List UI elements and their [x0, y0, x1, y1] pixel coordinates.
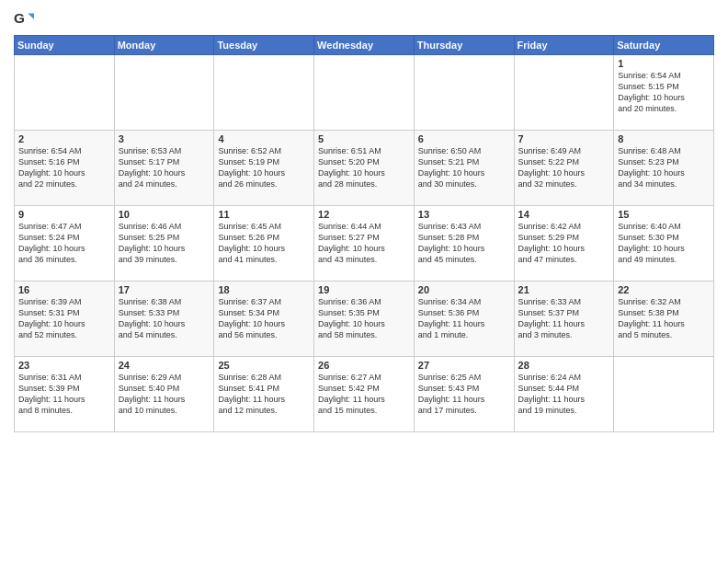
day-number: 22	[618, 284, 710, 295]
day-number: 5	[318, 133, 410, 144]
day-number: 1	[618, 58, 710, 69]
calendar-cell: 14Sunrise: 6:42 AM Sunset: 5:29 PM Dayli…	[514, 206, 614, 282]
day-number: 9	[18, 209, 110, 220]
weekday-header-tuesday: Tuesday	[214, 36, 314, 55]
calendar-cell: 24Sunrise: 6:29 AM Sunset: 5:40 PM Dayli…	[114, 357, 214, 432]
weekday-header-row: SundayMondayTuesdayWednesdayThursdayFrid…	[15, 36, 714, 55]
day-info: Sunrise: 6:53 AM Sunset: 5:17 PM Dayligh…	[119, 145, 210, 190]
main-container: G SundayMondayTuesdayWednesdayThursdayFr…	[0, 0, 728, 437]
day-info: Sunrise: 6:28 AM Sunset: 5:41 PM Dayligh…	[218, 372, 310, 417]
day-info: Sunrise: 6:34 AM Sunset: 5:36 PM Dayligh…	[418, 296, 510, 341]
calendar-cell: 6Sunrise: 6:50 AM Sunset: 5:21 PM Daylig…	[414, 131, 514, 206]
calendar-cell: 11Sunrise: 6:45 AM Sunset: 5:26 PM Dayli…	[214, 206, 314, 282]
day-number: 2	[18, 133, 110, 144]
day-number: 20	[418, 284, 510, 295]
day-info: Sunrise: 6:49 AM Sunset: 5:22 PM Dayligh…	[518, 145, 610, 190]
calendar-cell: 28Sunrise: 6:24 AM Sunset: 5:44 PM Dayli…	[514, 357, 614, 432]
day-number: 17	[119, 284, 210, 295]
logo-icon: G	[14, 9, 34, 29]
calendar-cell: 5Sunrise: 6:51 AM Sunset: 5:20 PM Daylig…	[314, 131, 415, 206]
day-info: Sunrise: 6:37 AM Sunset: 5:34 PM Dayligh…	[218, 296, 310, 341]
day-info: Sunrise: 6:54 AM Sunset: 5:15 PM Dayligh…	[618, 70, 710, 115]
calendar-cell: 19Sunrise: 6:36 AM Sunset: 5:35 PM Dayli…	[314, 282, 415, 357]
day-number: 21	[518, 284, 610, 295]
day-info: Sunrise: 6:33 AM Sunset: 5:37 PM Dayligh…	[518, 296, 610, 341]
day-number: 24	[119, 360, 210, 371]
day-info: Sunrise: 6:51 AM Sunset: 5:20 PM Dayligh…	[318, 145, 410, 190]
calendar-cell: 4Sunrise: 6:52 AM Sunset: 5:19 PM Daylig…	[214, 131, 314, 206]
day-number: 23	[18, 360, 110, 371]
day-info: Sunrise: 6:54 AM Sunset: 5:16 PM Dayligh…	[18, 145, 110, 190]
day-number: 11	[218, 209, 310, 220]
day-number: 27	[418, 360, 510, 371]
svg-marker-1	[28, 13, 34, 19]
day-number: 18	[218, 284, 310, 295]
day-info: Sunrise: 6:44 AM Sunset: 5:27 PM Dayligh…	[318, 221, 410, 266]
calendar-cell	[114, 55, 214, 131]
day-number: 4	[218, 133, 310, 144]
day-number: 19	[318, 284, 410, 295]
day-number: 10	[119, 209, 210, 220]
svg-text:G: G	[14, 10, 25, 26]
calendar-cell: 8Sunrise: 6:48 AM Sunset: 5:23 PM Daylig…	[614, 131, 714, 206]
calendar-cell	[414, 55, 514, 131]
calendar-cell	[614, 357, 714, 432]
calendar-cell: 13Sunrise: 6:43 AM Sunset: 5:28 PM Dayli…	[414, 206, 514, 282]
day-number: 6	[418, 133, 510, 144]
calendar-week-4: 16Sunrise: 6:39 AM Sunset: 5:31 PM Dayli…	[15, 282, 714, 357]
calendar-cell: 10Sunrise: 6:46 AM Sunset: 5:25 PM Dayli…	[114, 206, 214, 282]
weekday-header-thursday: Thursday	[414, 36, 514, 55]
calendar-week-1: 1Sunrise: 6:54 AM Sunset: 5:15 PM Daylig…	[15, 55, 714, 131]
weekday-header-monday: Monday	[114, 36, 214, 55]
calendar-cell: 18Sunrise: 6:37 AM Sunset: 5:34 PM Dayli…	[214, 282, 314, 357]
day-number: 8	[618, 133, 710, 144]
day-info: Sunrise: 6:46 AM Sunset: 5:25 PM Dayligh…	[119, 221, 210, 266]
calendar-cell: 27Sunrise: 6:25 AM Sunset: 5:43 PM Dayli…	[414, 357, 514, 432]
day-number: 12	[318, 209, 410, 220]
header: G	[14, 9, 714, 29]
day-info: Sunrise: 6:25 AM Sunset: 5:43 PM Dayligh…	[418, 372, 510, 417]
day-info: Sunrise: 6:24 AM Sunset: 5:44 PM Dayligh…	[518, 372, 610, 417]
calendar-week-2: 2Sunrise: 6:54 AM Sunset: 5:16 PM Daylig…	[15, 131, 714, 206]
day-info: Sunrise: 6:39 AM Sunset: 5:31 PM Dayligh…	[18, 296, 110, 341]
day-number: 15	[618, 209, 710, 220]
day-info: Sunrise: 6:40 AM Sunset: 5:30 PM Dayligh…	[618, 221, 710, 266]
day-info: Sunrise: 6:29 AM Sunset: 5:40 PM Dayligh…	[119, 372, 210, 417]
calendar-cell: 25Sunrise: 6:28 AM Sunset: 5:41 PM Dayli…	[214, 357, 314, 432]
day-info: Sunrise: 6:45 AM Sunset: 5:26 PM Dayligh…	[218, 221, 310, 266]
day-info: Sunrise: 6:36 AM Sunset: 5:35 PM Dayligh…	[318, 296, 410, 341]
calendar-cell: 21Sunrise: 6:33 AM Sunset: 5:37 PM Dayli…	[514, 282, 614, 357]
calendar-cell: 22Sunrise: 6:32 AM Sunset: 5:38 PM Dayli…	[614, 282, 714, 357]
calendar-week-3: 9Sunrise: 6:47 AM Sunset: 5:24 PM Daylig…	[15, 206, 714, 282]
calendar-cell: 1Sunrise: 6:54 AM Sunset: 5:15 PM Daylig…	[614, 55, 714, 131]
calendar-cell: 17Sunrise: 6:38 AM Sunset: 5:33 PM Dayli…	[114, 282, 214, 357]
logo: G	[14, 9, 36, 29]
day-info: Sunrise: 6:52 AM Sunset: 5:19 PM Dayligh…	[218, 145, 310, 190]
calendar-cell: 3Sunrise: 6:53 AM Sunset: 5:17 PM Daylig…	[114, 131, 214, 206]
day-info: Sunrise: 6:50 AM Sunset: 5:21 PM Dayligh…	[418, 145, 510, 190]
calendar-cell	[15, 55, 115, 131]
day-number: 16	[18, 284, 110, 295]
day-info: Sunrise: 6:43 AM Sunset: 5:28 PM Dayligh…	[418, 221, 510, 266]
calendar-cell	[214, 55, 314, 131]
calendar-cell	[514, 55, 614, 131]
weekday-header-sunday: Sunday	[15, 36, 115, 55]
calendar-cell: 7Sunrise: 6:49 AM Sunset: 5:22 PM Daylig…	[514, 131, 614, 206]
calendar-cell: 15Sunrise: 6:40 AM Sunset: 5:30 PM Dayli…	[614, 206, 714, 282]
day-info: Sunrise: 6:48 AM Sunset: 5:23 PM Dayligh…	[618, 145, 710, 190]
day-info: Sunrise: 6:47 AM Sunset: 5:24 PM Dayligh…	[18, 221, 110, 266]
calendar-cell: 9Sunrise: 6:47 AM Sunset: 5:24 PM Daylig…	[15, 206, 115, 282]
weekday-header-friday: Friday	[514, 36, 614, 55]
calendar-table: SundayMondayTuesdayWednesdayThursdayFrid…	[14, 35, 714, 432]
day-number: 7	[518, 133, 610, 144]
calendar-cell: 23Sunrise: 6:31 AM Sunset: 5:39 PM Dayli…	[15, 357, 115, 432]
calendar-cell: 12Sunrise: 6:44 AM Sunset: 5:27 PM Dayli…	[314, 206, 415, 282]
weekday-header-wednesday: Wednesday	[314, 36, 415, 55]
day-number: 25	[218, 360, 310, 371]
day-info: Sunrise: 6:31 AM Sunset: 5:39 PM Dayligh…	[18, 372, 110, 417]
calendar-cell: 16Sunrise: 6:39 AM Sunset: 5:31 PM Dayli…	[15, 282, 115, 357]
day-number: 26	[318, 360, 410, 371]
calendar-week-5: 23Sunrise: 6:31 AM Sunset: 5:39 PM Dayli…	[15, 357, 714, 432]
calendar-cell: 26Sunrise: 6:27 AM Sunset: 5:42 PM Dayli…	[314, 357, 415, 432]
day-number: 13	[418, 209, 510, 220]
